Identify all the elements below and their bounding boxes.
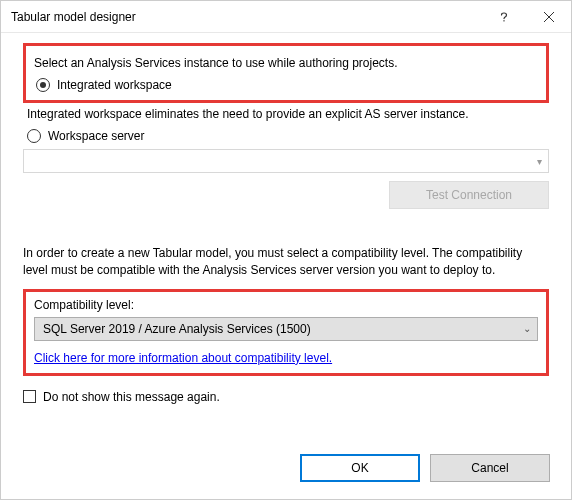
workspace-server-input[interactable]: ▾ <box>23 149 549 173</box>
ok-button[interactable]: OK <box>300 454 420 482</box>
compatibility-label: Compatibility level: <box>34 298 538 312</box>
button-label: Test Connection <box>426 188 512 202</box>
compatibility-info-link[interactable]: Click here for more information about co… <box>34 351 332 365</box>
radio-integrated-workspace[interactable]: Integrated workspace <box>36 78 538 92</box>
compatibility-description: In order to create a new Tabular model, … <box>23 245 549 279</box>
help-icon <box>499 12 509 22</box>
test-connection-button: Test Connection <box>389 181 549 209</box>
dropdown-value: SQL Server 2019 / Azure Analysis Service… <box>43 322 523 336</box>
button-label: Cancel <box>471 461 508 475</box>
instruction-text: Select an Analysis Services instance to … <box>34 56 538 70</box>
test-connection-row: Test Connection <box>23 181 549 209</box>
compatibility-dropdown[interactable]: SQL Server 2019 / Azure Analysis Service… <box>34 317 538 341</box>
radio-icon <box>27 129 41 143</box>
checkbox-icon <box>23 390 36 403</box>
button-label: OK <box>351 461 368 475</box>
radio-workspace-server[interactable]: Workspace server <box>27 129 549 143</box>
close-icon <box>544 12 554 22</box>
chevron-down-icon: ⌄ <box>523 323 531 334</box>
integrated-description: Integrated workspace eliminates the need… <box>27 107 549 121</box>
checkbox-label: Do not show this message again. <box>43 390 220 404</box>
radio-label: Workspace server <box>48 129 144 143</box>
chevron-down-icon: ▾ <box>537 156 542 167</box>
radio-icon <box>36 78 50 92</box>
close-button[interactable] <box>526 1 571 33</box>
help-button[interactable] <box>481 1 526 33</box>
cancel-button[interactable]: Cancel <box>430 454 550 482</box>
highlight-box-compatibility: Compatibility level: SQL Server 2019 / A… <box>23 289 549 376</box>
window-title: Tabular model designer <box>11 10 481 24</box>
dialog-content: Select an Analysis Services instance to … <box>1 33 571 404</box>
do-not-show-checkbox[interactable]: Do not show this message again. <box>23 390 549 404</box>
highlight-box-workspace: Select an Analysis Services instance to … <box>23 43 549 103</box>
titlebar: Tabular model designer <box>1 1 571 33</box>
radio-label: Integrated workspace <box>57 78 172 92</box>
dialog-footer: OK Cancel <box>300 454 550 482</box>
